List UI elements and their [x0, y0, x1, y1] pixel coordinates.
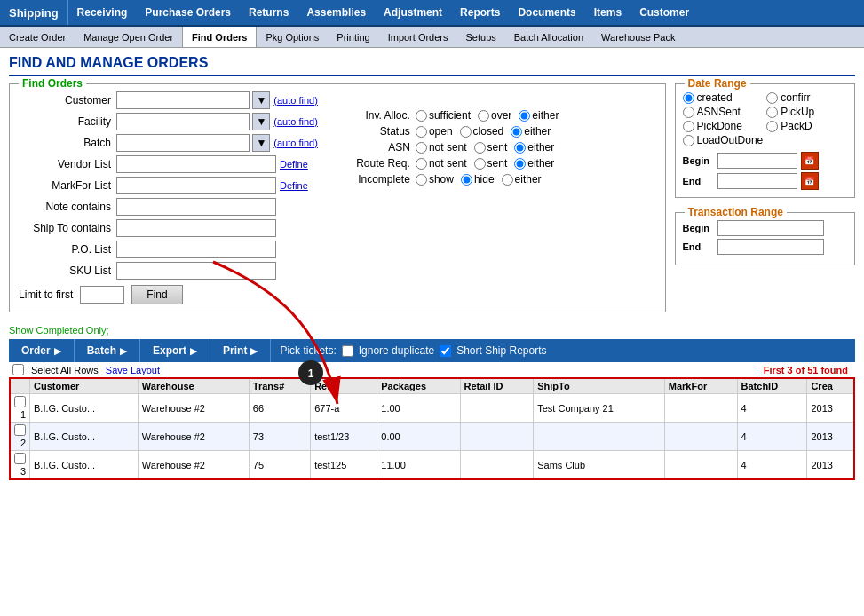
limit-input[interactable]: 100 [80, 286, 124, 304]
facility-dropdown-btn[interactable]: ▼ [252, 113, 270, 130]
sub-nav-manage-open-order[interactable]: Manage Open Order [75, 27, 182, 47]
route-req-sent[interactable]: sent [474, 157, 508, 170]
date-end-calendar-icon[interactable]: 📅 [801, 172, 819, 190]
asn-sent[interactable]: sent [474, 141, 508, 154]
route-req-either[interactable]: either [514, 157, 554, 170]
print-toolbar-btn[interactable]: Print ▶ [210, 339, 271, 362]
top-nav-adjustment[interactable]: Adjustment [375, 0, 451, 25]
vendor-list-define[interactable]: Define [280, 159, 308, 170]
top-nav-reports[interactable]: Reports [451, 0, 509, 25]
top-nav-assemblies[interactable]: Assemblies [297, 0, 375, 25]
save-layout-link[interactable]: Save Layout [106, 365, 160, 375]
date-radio-pickup[interactable]: PickUp [766, 106, 847, 118]
date-asnsent-radio[interactable] [683, 107, 694, 118]
sub-nav-import-orders[interactable]: Import Orders [379, 27, 457, 47]
asn-not-sent-radio[interactable] [416, 142, 427, 154]
status-open[interactable]: open [416, 125, 453, 138]
top-nav-items[interactable]: Items [585, 0, 630, 25]
incomplete-hide-radio[interactable] [461, 174, 472, 186]
sub-nav-batch-allocation[interactable]: Batch Allocation [505, 27, 592, 47]
date-radio-created[interactable]: created [683, 91, 764, 104]
date-end-input[interactable] [717, 173, 797, 189]
date-radio-pickdone[interactable]: PickDone [683, 120, 764, 132]
asn-either[interactable]: either [514, 141, 554, 154]
route-req-sent-radio[interactable] [474, 158, 486, 170]
batch-auto-find[interactable]: (auto find) [273, 138, 318, 148]
inv-alloc-sufficient-radio[interactable] [416, 110, 427, 122]
incomplete-either[interactable]: either [502, 173, 542, 186]
date-radio-asnsent[interactable]: ASNSent [683, 106, 764, 118]
markfor-list-input[interactable] [116, 177, 276, 194]
asn-sent-radio[interactable] [474, 142, 486, 154]
date-radio-loadoutdone[interactable]: LoadOutDone [683, 134, 764, 146]
date-created-radio[interactable] [683, 92, 694, 104]
batch-dropdown-btn[interactable]: ▼ [252, 134, 270, 152]
ship-to-contains-input[interactable] [116, 219, 276, 237]
customer-input[interactable] [116, 91, 250, 109]
sub-nav-setups[interactable]: Setups [457, 27, 505, 47]
select-all-checkbox[interactable] [12, 364, 24, 375]
status-either[interactable]: either [511, 125, 551, 138]
date-begin-calendar-icon[interactable]: 📅 [801, 152, 819, 170]
status-either-radio[interactable] [511, 126, 522, 138]
inv-alloc-sufficient[interactable]: sufficient [416, 109, 471, 122]
sku-list-input[interactable] [116, 262, 276, 280]
po-list-input[interactable] [116, 241, 276, 258]
select-all-label[interactable]: Select All Rows [31, 365, 99, 375]
date-loadoutdone-radio[interactable] [683, 135, 694, 146]
top-nav-receiving[interactable]: Receiving [68, 0, 137, 25]
inv-alloc-over-radio[interactable] [478, 110, 489, 122]
facility-auto-find[interactable]: (auto find) [273, 116, 318, 127]
route-req-not-sent-radio[interactable] [416, 158, 427, 170]
date-radio-packd[interactable]: PackD [766, 120, 847, 132]
facility-input[interactable] [116, 113, 250, 130]
status-closed-radio[interactable] [460, 126, 472, 138]
incomplete-hide[interactable]: hide [461, 173, 495, 186]
export-toolbar-btn[interactable]: Export ▶ [140, 339, 210, 362]
date-radio-confirm[interactable]: confirr [766, 91, 847, 104]
date-pickdone-radio[interactable] [683, 121, 694, 132]
trans-end-input[interactable] [717, 239, 824, 255]
sub-nav-printing[interactable]: Printing [328, 27, 378, 47]
status-closed[interactable]: closed [460, 125, 504, 138]
trans-begin-input[interactable] [717, 220, 824, 236]
asn-either-radio[interactable] [514, 142, 526, 154]
find-button[interactable]: Find [131, 285, 182, 304]
markfor-list-define[interactable]: Define [280, 180, 308, 191]
top-nav-returns[interactable]: Returns [240, 0, 297, 25]
sub-nav-find-orders[interactable]: Find Orders [182, 27, 257, 47]
incomplete-either-radio[interactable] [502, 174, 513, 186]
date-pickup-radio[interactable] [766, 107, 778, 118]
note-contains-input[interactable] [116, 198, 276, 216]
date-begin-input[interactable] [717, 153, 797, 169]
top-nav-customer[interactable]: Customer [630, 0, 698, 25]
date-packd-radio[interactable] [766, 121, 778, 132]
top-nav-purchase-orders[interactable]: Purchase Orders [136, 0, 240, 25]
top-nav-documents[interactable]: Documents [509, 0, 584, 25]
short-ship-reports-checkbox[interactable] [440, 345, 451, 357]
sub-nav-create-order[interactable]: Create Order [0, 27, 75, 47]
ignore-duplicate-checkbox[interactable] [342, 345, 353, 357]
row-checkbox-2[interactable] [14, 424, 26, 436]
customer-dropdown-btn[interactable]: ▼ [252, 91, 270, 109]
customer-auto-find[interactable]: (auto find) [273, 95, 318, 106]
row-checkbox-3[interactable] [14, 453, 26, 464]
row-checkbox-1[interactable] [14, 396, 26, 407]
route-req-either-radio[interactable] [514, 158, 526, 170]
completed-only[interactable]: Show Completed Only; [9, 325, 855, 336]
inv-alloc-either-radio[interactable] [519, 110, 530, 122]
batch-input[interactable]: 923 (4) - B.I.G. Customer [116, 134, 250, 152]
status-open-radio[interactable] [416, 126, 427, 138]
batch-toolbar-btn[interactable]: Batch ▶ [75, 339, 140, 362]
incomplete-show[interactable]: show [416, 173, 454, 186]
inv-alloc-either[interactable]: either [519, 109, 559, 122]
sub-nav-warehouse-pack[interactable]: Warehouse Pack [592, 27, 684, 47]
incomplete-show-radio[interactable] [416, 174, 427, 186]
sub-nav-pkg-options[interactable]: Pkg Options [257, 27, 328, 47]
date-confirm-radio[interactable] [766, 92, 778, 104]
asn-not-sent[interactable]: not sent [416, 141, 467, 154]
order-toolbar-btn[interactable]: Order ▶ [9, 339, 75, 362]
inv-alloc-over[interactable]: over [478, 109, 511, 122]
route-req-not-sent[interactable]: not sent [416, 157, 467, 170]
vendor-list-input[interactable] [116, 155, 276, 173]
